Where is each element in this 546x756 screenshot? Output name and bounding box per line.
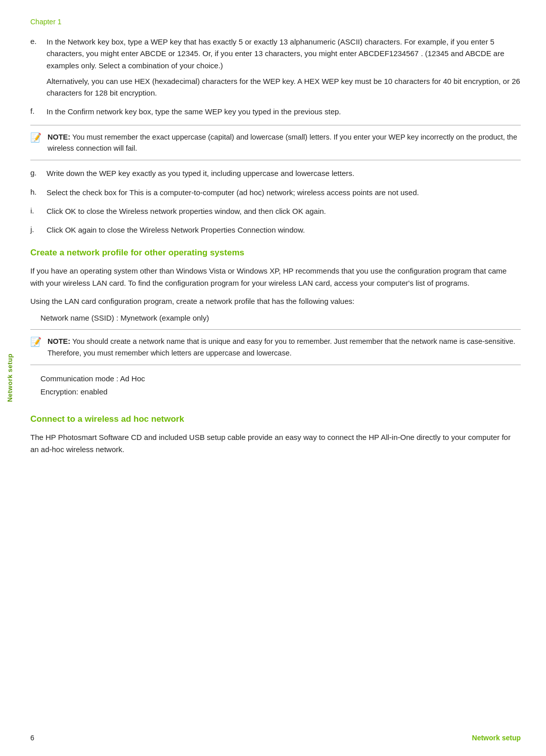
list-item-j: j. Click OK again to close the Wireless …: [30, 224, 521, 236]
note-box-1: 📝 NOTE: You must remember the exact uppe…: [30, 125, 521, 161]
main-content: Chapter 1 e. In the Network key box, typ…: [30, 0, 521, 492]
section2-heading: Connect to a wireless ad hoc network: [30, 414, 521, 424]
list-item-f: f. In the Confirm network key box, type …: [30, 106, 521, 117]
comm-mode: Communication mode : Ad Hoc: [40, 372, 521, 385]
note-content-1: You must remember the exact uppercase (c…: [48, 133, 517, 152]
section1-heading: Create a network profile for other opera…: [30, 248, 521, 258]
list-content-j: Click OK again to close the Wireless Net…: [47, 224, 521, 236]
list-content-i: Click OK to close the Wireless network p…: [47, 205, 521, 217]
list-label-g: g.: [30, 167, 47, 179]
sidebar-label: Network setup: [6, 353, 14, 402]
list-h-text: Select the check box for This is a compu…: [47, 187, 521, 198]
note-box-2: 📝 NOTE: You should create a network name…: [30, 329, 521, 365]
footer-section-label: Network setup: [472, 734, 521, 742]
note-label-2: NOTE:: [48, 337, 70, 345]
note-content-2: You should create a network name that is…: [48, 337, 515, 357]
list-j-text: Click OK again to close the Wireless Net…: [47, 224, 521, 236]
list-g-text: Write down the WEP key exactly as you ty…: [47, 167, 521, 179]
comm-block: Communication mode : Ad Hoc Encryption: …: [40, 372, 521, 398]
list-label-e: e.: [30, 36, 47, 99]
list-label-i: i.: [30, 205, 47, 217]
list-item-e: e. In the Network key box, type a WEP ke…: [30, 36, 521, 99]
list-f-para1: In the Confirm network key box, type the…: [47, 106, 521, 117]
note-icon-2: 📝: [30, 336, 43, 347]
network-name-value: Network name (SSID) : Mynetwork (example…: [40, 314, 521, 322]
list-label-j: j.: [30, 224, 47, 236]
list-label-f: f.: [30, 106, 47, 117]
list-i-text: Click OK to close the Wireless network p…: [47, 205, 521, 217]
note-label-1: NOTE:: [48, 133, 70, 141]
page-container: Network setup Chapter 1 e. In the Networ…: [0, 0, 546, 756]
list-content-h: Select the check box for This is a compu…: [47, 187, 521, 198]
list-content-g: Write down the WEP key exactly as you ty…: [47, 167, 521, 179]
list-item-h: h. Select the check box for This is a co…: [30, 187, 521, 198]
list-content-e: In the Network key box, type a WEP key t…: [47, 36, 521, 99]
footer-page-number: 6: [30, 734, 34, 742]
note-icon-1: 📝: [30, 131, 43, 143]
encryption: Encryption: enabled: [40, 385, 521, 398]
list-label-h: h.: [30, 187, 47, 198]
list-content-f: In the Confirm network key box, type the…: [47, 106, 521, 117]
section1-body2: Using the LAN card configuration program…: [30, 295, 521, 307]
sidebar: Network setup: [0, 0, 19, 756]
note-text-2: NOTE: You should create a network name t…: [48, 336, 521, 359]
section2-body: The HP Photosmart Software CD and includ…: [30, 431, 521, 456]
section1-body1: If you have an operating system other th…: [30, 265, 521, 289]
list-e-para1: In the Network key box, type a WEP key t…: [47, 36, 521, 71]
page-footer: 6 Network setup: [30, 734, 521, 742]
chapter-header: Chapter 1: [30, 18, 521, 26]
note-text-1: NOTE: You must remember the exact upperc…: [48, 131, 521, 154]
list-item-i: i. Click OK to close the Wireless networ…: [30, 205, 521, 217]
list-e-para2: Alternatively, you can use HEX (hexadeci…: [47, 75, 521, 99]
list-item-g: g. Write down the WEP key exactly as you…: [30, 167, 521, 179]
